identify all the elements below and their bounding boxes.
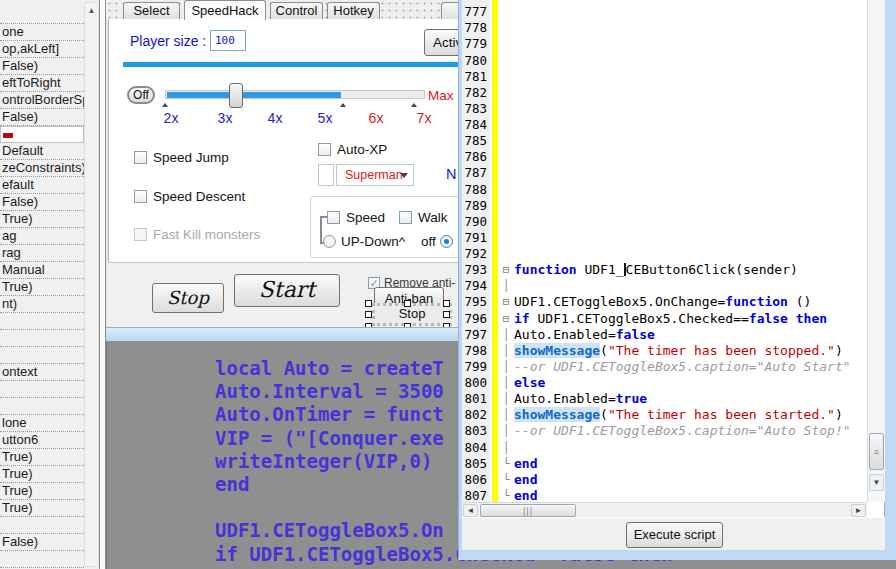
editor-line[interactable]: 801│Auto.Enabled=true	[462, 391, 866, 407]
property-row[interactable]: False)	[0, 534, 84, 551]
editor-line[interactable]: 778	[462, 20, 866, 36]
property-row[interactable]: False)	[0, 194, 84, 211]
property-row[interactable]: efault	[0, 177, 84, 194]
property-row[interactable]: zeConstraints)	[0, 160, 84, 177]
editor-line[interactable]: 781	[462, 69, 866, 85]
speed-slider-track[interactable]	[165, 90, 425, 99]
editor-line[interactable]: 788	[462, 182, 866, 198]
editor-line[interactable]: 789	[462, 198, 866, 214]
mini-edit-field[interactable]	[318, 164, 334, 186]
property-row[interactable]: ontrolBorderSpac	[0, 92, 84, 109]
property-row[interactable]: Manual	[0, 262, 84, 279]
player-size-input[interactable]	[210, 30, 246, 51]
horizontal-scrollbar[interactable]: ◄ ||| ►	[462, 502, 867, 517]
selection-handle[interactable]	[365, 311, 372, 318]
property-row[interactable]: ontext	[0, 364, 84, 381]
property-row[interactable]: one	[0, 24, 84, 41]
code-area[interactable]: 7767777787797807817827837847857867877887…	[462, 0, 866, 502]
tab-hotkey[interactable]: Hotkey	[327, 2, 380, 19]
vscroll-thumb[interactable]: ≡	[869, 433, 884, 470]
stop-button[interactable]: Stop	[152, 283, 224, 313]
editor-line[interactable]: 795⊟UDF1.CEToggleBox5.OnChange=function …	[462, 294, 866, 310]
fold-collapse-icon[interactable]: ⊟	[499, 294, 513, 310]
off-radio[interactable]	[440, 235, 453, 248]
speed-descent-checkbox[interactable]	[134, 190, 147, 203]
editor-line[interactable]: 790	[462, 214, 866, 230]
vscroll-down-arrow[interactable]: ▼	[869, 474, 884, 491]
tab-speedhack[interactable]: SpeedHack	[184, 0, 266, 20]
editor-line[interactable]: 786	[462, 149, 866, 165]
editor-line[interactable]: 797│Auto.Enabled=false	[462, 327, 866, 343]
editor-line[interactable]: 799│--or UDF1.CEToggleBox5.caption="Auto…	[462, 359, 866, 375]
selection-handle[interactable]	[443, 300, 450, 307]
editor-line[interactable]: 806└end	[462, 472, 866, 488]
editor-line[interactable]: 783	[462, 101, 866, 117]
editor-line[interactable]: 792	[462, 246, 866, 262]
editor-line[interactable]: 779	[462, 36, 866, 52]
editor-line[interactable]: 791	[462, 230, 866, 246]
property-row[interactable]: op,akLeft]	[0, 41, 84, 58]
property-row[interactable]	[0, 517, 84, 534]
editor-line[interactable]: 784	[462, 117, 866, 133]
speed-checkbox[interactable]	[327, 211, 340, 224]
editor-line[interactable]: 804│	[462, 440, 866, 456]
property-row[interactable]: True)	[0, 279, 84, 296]
editor-line[interactable]: 803│--or UDF1.CEToggleBox5.caption="Auto…	[462, 423, 866, 439]
hscroll-thumb[interactable]: |||	[480, 504, 576, 517]
property-row[interactable]	[0, 381, 84, 398]
selection-handle[interactable]	[404, 300, 411, 307]
execute-script-button[interactable]: Execute script	[626, 522, 723, 548]
property-row[interactable]: True)	[0, 211, 84, 228]
scroll-up-icon[interactable]: ▲	[85, 3, 98, 18]
property-row[interactable]	[0, 398, 84, 415]
property-row[interactable]: eftToRight	[0, 75, 84, 92]
editor-line[interactable]: 805└end	[462, 456, 866, 472]
property-row[interactable]: True)	[0, 466, 84, 483]
tab-control[interactable]: Control	[270, 2, 323, 19]
editor-line[interactable]: 782	[462, 85, 866, 101]
fold-collapse-icon[interactable]: ⊟	[499, 311, 513, 327]
off-button[interactable]: Off	[127, 86, 155, 104]
editor-line[interactable]: 785	[462, 133, 866, 149]
property-row[interactable]: ag	[0, 228, 84, 245]
mode-combobox[interactable]: Superman	[336, 164, 414, 186]
property-row[interactable]: Default	[0, 143, 84, 160]
speed-jump-checkbox[interactable]	[134, 151, 147, 164]
property-row[interactable]	[0, 313, 84, 330]
editor-line[interactable]: 800│else	[462, 375, 866, 391]
property-row[interactable]	[0, 330, 84, 347]
editor-line[interactable]: 777	[462, 4, 866, 20]
property-edit-row[interactable]	[0, 126, 84, 143]
editor-line[interactable]: 796⊟if UDF1.CEToggleBox5.Checked==false …	[462, 311, 866, 327]
editor-line[interactable]: 787	[462, 165, 866, 181]
tab-select[interactable]: Select	[123, 2, 180, 19]
start-button[interactable]: Start	[234, 274, 340, 307]
updown-radio[interactable]	[323, 235, 336, 248]
editor-line[interactable]: 780	[462, 53, 866, 69]
hscroll-left-arrow[interactable]: ◄	[463, 504, 478, 517]
editor-line[interactable]: 793⊟function UDF1_CEButton6Click(sender)	[462, 262, 866, 278]
editor-line[interactable]: 794│	[462, 278, 866, 294]
fast-kill-checkbox[interactable]	[134, 228, 147, 241]
property-row[interactable]: rag	[0, 245, 84, 262]
property-row[interactable]: True)	[0, 500, 84, 517]
selection-handle[interactable]	[365, 300, 372, 307]
editor-line[interactable]: 798│showMessage("The timer has been stop…	[462, 343, 866, 359]
property-row[interactable]: utton6	[0, 432, 84, 449]
property-row[interactable]: False)	[0, 58, 84, 75]
walk-checkbox[interactable]	[399, 211, 412, 224]
property-grid-scrollbar[interactable]: ▲	[84, 2, 99, 567]
hscroll-right-arrow[interactable]: ►	[851, 504, 866, 517]
property-row[interactable]: False)	[0, 109, 84, 126]
property-row[interactable]: True)	[0, 449, 84, 466]
speed-slider-thumb[interactable]	[229, 83, 243, 108]
property-row[interactable]	[0, 347, 84, 364]
editor-line[interactable]: 807└end	[462, 488, 866, 502]
property-row[interactable]: True)	[0, 483, 84, 500]
vertical-scrollbar[interactable]: ≡ ▼	[867, 0, 885, 502]
fold-collapse-icon[interactable]: ⊟	[499, 262, 513, 278]
property-row[interactable]: nt)	[0, 296, 84, 313]
editor-line[interactable]: 802│showMessage("The timer has been star…	[462, 407, 866, 423]
selection-handle[interactable]	[443, 311, 450, 318]
property-row[interactable]	[0, 551, 84, 568]
